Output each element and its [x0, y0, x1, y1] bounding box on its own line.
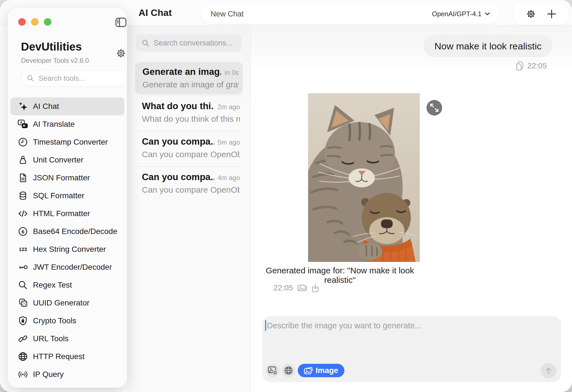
- conversation-title: Can you compa...: [142, 172, 214, 182]
- sidebar-item-label: Timestamp Converter: [33, 138, 108, 147]
- conversation-title: What do you thi...: [142, 101, 214, 111]
- sidebar-item-label: Unit Converter: [33, 156, 84, 164]
- composer-placeholder[interactable]: Describe the image you want to generate.…: [267, 320, 421, 331]
- sidebar-item-label: HTML Formatter: [33, 209, 90, 218]
- conversation-item[interactable]: What do you thi... 2m ago What do you th…: [135, 95, 243, 130]
- new-chat-button[interactable]: [546, 9, 557, 19]
- image-time: 22:05: [273, 283, 293, 292]
- sidebar-item-json-formatter[interactable]: JSON Formatter: [10, 169, 124, 187]
- sidebar-item-base64[interactable]: 6 Base64 Encode/Decode: [10, 223, 124, 240]
- sidebar-item-label: Base64 Encode/Decode: [33, 227, 117, 236]
- message-time: 22:05: [527, 61, 547, 70]
- circled-six-icon: 6: [18, 226, 28, 237]
- dice-icon: [18, 298, 28, 308]
- chat-title[interactable]: New Chat: [211, 10, 244, 18]
- cat-otter-image: [308, 93, 420, 262]
- conversation-item[interactable]: Generate an imag... in 0s Generate an im…: [135, 62, 243, 94]
- sidebar-item-label: SQL Formatter: [33, 191, 84, 200]
- close-window-button[interactable]: [18, 18, 26, 26]
- web-search-button[interactable]: [282, 364, 295, 377]
- svg-text:6: 6: [22, 229, 24, 235]
- conversation-item[interactable]: Can you compa... 5m ago Can you compare …: [135, 131, 243, 165]
- image-mode-label: Image: [316, 366, 338, 375]
- app-title: DevUtilities: [21, 40, 82, 53]
- conversation-title: Generate an imag...: [142, 66, 221, 77]
- sidebar-item-label: IP Query: [33, 370, 64, 379]
- copy-icon[interactable]: [516, 61, 524, 70]
- conversation-time: 5m ago: [218, 138, 240, 146]
- composer-tools: Image: [266, 364, 344, 377]
- send-arrow-icon: [544, 366, 554, 376]
- sidebar-item-ai-translate[interactable]: A AI Translate: [10, 115, 124, 133]
- qr-code-icon: [18, 387, 28, 388]
- sidebar-item-url-tools[interactable]: URL Tools: [10, 330, 124, 348]
- composer[interactable]: Describe the image you want to generate.…: [262, 316, 561, 382]
- sidebar-item-label: Hex String Converter: [33, 245, 106, 254]
- conversation-search-placeholder: Search conversations...: [154, 39, 232, 47]
- sidebar-item-regex-test[interactable]: Regex Test: [10, 276, 124, 294]
- image-mode-button[interactable]: Image: [298, 364, 344, 377]
- sidebar-item-label: JWT Encoder/Decoder: [33, 263, 112, 272]
- weight-icon: [18, 155, 28, 165]
- key-icon: [18, 262, 28, 273]
- image-caption: Generated image for: "Now make it look r…: [251, 266, 429, 285]
- sidebar-item-timestamp-converter[interactable]: Timestamp Converter: [10, 133, 124, 151]
- toggle-sidebar-button[interactable]: [115, 18, 127, 27]
- chevron-down-icon: [485, 12, 490, 16]
- sidebar: DevUtilities Developer Tools v2.6.0 Sear…: [8, 8, 127, 388]
- chat-panel: Now make it look realistic 22:05: [250, 25, 572, 392]
- tool-list: AI Chat A AI Translate: [10, 97, 124, 388]
- image-meta: 22:05: [273, 283, 319, 292]
- sidebar-item-qr-code[interactable]: QR Code: [10, 383, 124, 388]
- topbar-actions: [513, 3, 568, 25]
- image-file-icon[interactable]: [297, 284, 307, 292]
- attach-image-button[interactable]: [266, 364, 279, 377]
- plus-icon: [548, 10, 556, 18]
- sparkles-icon: [18, 101, 28, 112]
- tool-search-input[interactable]: Search tools...: [21, 70, 127, 86]
- user-message-bubble: Now make it look realistic: [424, 35, 552, 57]
- conversation-preview: Can you compare OpenOb...: [142, 185, 240, 195]
- sidebar-item-label: Regex Test: [33, 281, 72, 290]
- expand-image-button[interactable]: [426, 100, 442, 116]
- sidebar-item-label: JSON Formatter: [33, 173, 90, 182]
- conversation-time: 4m ago: [218, 174, 240, 182]
- conversation-preview: Can you compare OpenOb...: [142, 150, 240, 159]
- sidebar-item-sql-formatter[interactable]: SQL Formatter: [10, 187, 124, 205]
- text-caret: [265, 320, 266, 331]
- sidebar-item-label: AI Translate: [33, 120, 75, 129]
- sidebar-item-label: URL Tools: [33, 334, 69, 343]
- window-controls: [18, 18, 51, 26]
- message-meta: 22:05: [516, 61, 547, 70]
- conversation-item[interactable]: Can you compa... 4m ago Can you compare …: [135, 166, 243, 201]
- sidebar-item-ip-query[interactable]: IP Query: [10, 365, 124, 383]
- sidebar-item-uuid-generator[interactable]: UUID Generator: [10, 294, 124, 312]
- expand-arrows-icon: [430, 103, 439, 113]
- send-button[interactable]: [541, 363, 556, 379]
- sidebar-item-hex-converter[interactable]: 123 Hex String Converter: [10, 240, 124, 258]
- sidebar-item-crypto-tools[interactable]: Crypto Tools: [10, 312, 124, 330]
- page-title: AI Chat: [139, 0, 172, 25]
- chat-title-bar[interactable]: New Chat OpenAI/GPT-4.1: [201, 4, 499, 24]
- sidebar-item-label: AI Chat: [33, 102, 59, 111]
- minimize-window-button[interactable]: [31, 18, 39, 26]
- sidebar-item-http-request[interactable]: HTTP Request: [10, 348, 124, 365]
- sidebar-item-html-formatter[interactable]: HTML Formatter: [10, 205, 124, 223]
- sidebar-item-unit-converter[interactable]: Unit Converter: [10, 151, 124, 169]
- conversation-preview: What do you think of this n...: [142, 114, 240, 124]
- sidebar-item-jwt[interactable]: JWT Encoder/Decoder: [10, 258, 124, 276]
- save-image-icon[interactable]: [311, 283, 319, 292]
- conversation-search-input[interactable]: Search conversations...: [136, 34, 242, 52]
- zoom-window-button[interactable]: [44, 18, 51, 26]
- globe-icon: [18, 351, 28, 362]
- generated-image[interactable]: [308, 93, 420, 262]
- sidebar-settings-button[interactable]: [115, 47, 127, 59]
- sidebar-item-label: HTTP Request: [33, 352, 85, 361]
- svg-text:123: 123: [19, 247, 27, 252]
- code-icon: [18, 208, 28, 219]
- model-label: OpenAI/GPT-4.1: [432, 10, 482, 18]
- settings-button[interactable]: [525, 8, 537, 20]
- document-icon: [18, 173, 28, 183]
- model-selector[interactable]: OpenAI/GPT-4.1: [432, 10, 490, 18]
- sidebar-item-ai-chat[interactable]: AI Chat: [10, 97, 124, 115]
